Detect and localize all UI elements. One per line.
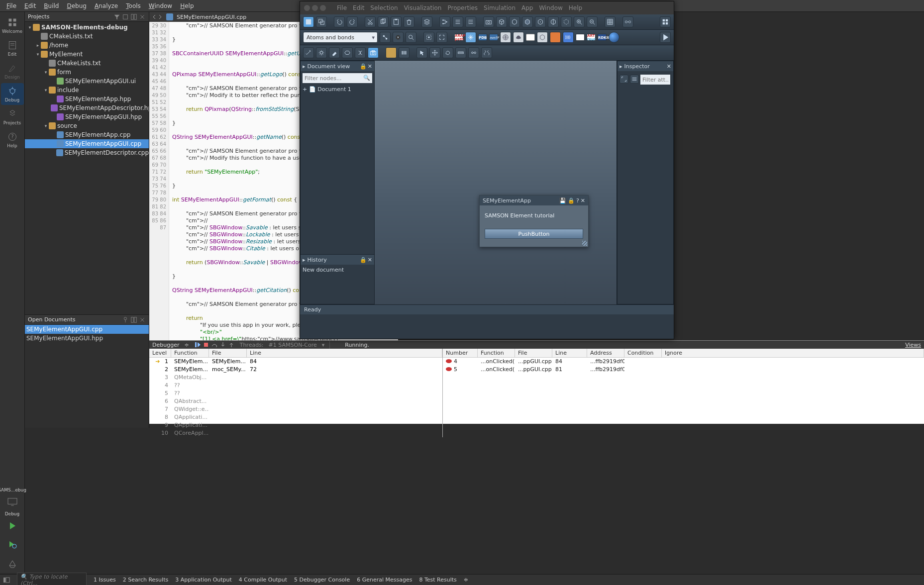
tb-glasses-icon[interactable]	[622, 16, 633, 27]
history-entry[interactable]: New document	[303, 267, 372, 273]
sm-menu-properties[interactable]: Properties	[447, 4, 478, 11]
tb3-bars-icon[interactable]	[399, 47, 410, 58]
tb2-arap-icon[interactable]: ARAPpath	[454, 34, 463, 41]
tb-indent-icon[interactable]	[465, 16, 476, 27]
tb2-expand-icon[interactable]	[436, 32, 447, 43]
sm-menu-help[interactable]: Help	[569, 4, 582, 11]
thread-selector[interactable]: #1 SAMSON-Core	[269, 342, 317, 348]
tb3-twist-icon[interactable]	[355, 47, 366, 58]
tb-cube2-icon[interactable]	[509, 16, 520, 27]
tb2-pdb-icon[interactable]: PDB	[478, 34, 487, 41]
tb2-snow-icon[interactable]	[465, 32, 476, 43]
rail-welcome[interactable]: Welcome	[1, 14, 24, 36]
tb-tree-icon[interactable]	[439, 16, 450, 27]
inspector-filter-input[interactable]	[640, 75, 670, 85]
tree-row[interactable]: ▾include	[25, 86, 149, 95]
win-min-icon[interactable]	[312, 5, 318, 11]
projects-sync-icon[interactable]	[122, 13, 129, 20]
tb3-hex-icon[interactable]	[342, 47, 353, 58]
history-lock-icon[interactable]: 🔒	[360, 257, 367, 263]
tb-grid-icon[interactable]	[605, 16, 616, 27]
tree-row[interactable]: CMakeLists.txt	[25, 32, 149, 41]
tree-row[interactable]: ▾SAMSON-Elements-debug	[25, 23, 149, 32]
insp-list-icon[interactable]	[630, 75, 639, 84]
status-general[interactable]: 6 General Messages	[357, 577, 412, 583]
tb2-clear-icon[interactable]	[393, 32, 404, 43]
tb2-sphere-icon[interactable]	[609, 32, 619, 43]
tb3-move-icon[interactable]	[429, 47, 440, 58]
menu-build[interactable]: Build	[40, 1, 63, 11]
stack-row[interactable]: 8QApplicati...	[149, 413, 442, 421]
status-dbgcon[interactable]: 5 Debugger Console	[294, 577, 350, 583]
sm-menu-file[interactable]: File	[337, 4, 347, 11]
tb3-snapshot-icon[interactable]	[368, 47, 379, 58]
run-button[interactable]	[5, 518, 20, 533]
nav-fwd-icon[interactable]	[157, 14, 163, 20]
stack-row[interactable]: 10QCoreAppl...	[149, 429, 442, 437]
rail-help[interactable]: ?Help	[1, 129, 24, 151]
insp-expand-icon[interactable]	[619, 75, 628, 84]
debugger-dropdown-icon[interactable]: ≑	[184, 342, 189, 348]
tb2-pick-icon[interactable]	[380, 32, 391, 43]
tb-select-add-icon[interactable]	[316, 16, 327, 27]
tb-paste-icon[interactable]	[391, 16, 402, 27]
menu-window[interactable]: Window	[145, 1, 176, 11]
tb2-fit-icon[interactable]	[423, 32, 434, 43]
history-close-icon[interactable]: ✕	[368, 257, 372, 263]
docview-filter-input[interactable]	[303, 73, 372, 83]
sm-menu-edit[interactable]: Edit	[353, 4, 364, 11]
tb-select-rect-icon[interactable]	[303, 16, 314, 27]
status-sidebar-icon[interactable]	[3, 577, 10, 584]
tree-row[interactable]: SEMyElementAppGUI.ui	[25, 77, 149, 86]
tb3-wand-icon[interactable]	[303, 47, 314, 58]
tb3-pointer-icon[interactable]	[416, 47, 427, 58]
opendocs-pin-icon[interactable]	[122, 316, 129, 323]
tb-redo-icon[interactable]	[347, 16, 358, 27]
tb-cube4-icon[interactable]	[535, 16, 546, 27]
status-appout[interactable]: 3 Application Output	[175, 577, 232, 583]
semyelementapp-window[interactable]: SEMyElementApp 💾 🔒 ? ✕ SAMSON Element tu…	[479, 195, 589, 247]
nav-back-icon[interactable]	[151, 14, 157, 20]
tb-list-icon[interactable]	[452, 16, 463, 27]
docview-close-icon[interactable]: ✕	[368, 63, 372, 70]
tb2-uiuc-icon[interactable]	[526, 34, 535, 41]
tb-zoomin-icon[interactable]	[574, 16, 585, 27]
stack-row[interactable]: 7QWidget::e...	[149, 405, 442, 413]
stack-row[interactable]: 3QMetaObj...	[149, 374, 442, 382]
tb2-orange-icon[interactable]	[550, 32, 561, 43]
chevron-right-icon[interactable]: ▸	[303, 257, 306, 263]
tree-row[interactable]: CMakeLists.txt	[25, 59, 149, 68]
tb3-link-icon[interactable]	[468, 47, 479, 58]
tree-row[interactable]: ▾source	[25, 121, 149, 130]
editor-tab[interactable]: SEMyElementAppGUI.cpp	[163, 13, 249, 20]
tb-layers-icon[interactable]	[421, 16, 432, 27]
resize-handle-icon[interactable]	[582, 241, 587, 246]
tb2-find-icon[interactable]	[406, 32, 416, 43]
appwin-close-icon[interactable]: ✕	[581, 197, 585, 204]
locator-input[interactable]: 🔍 Type to locate (Ctrl...	[17, 573, 87, 585]
sm-menu-selection[interactable]: Selection	[370, 4, 398, 11]
search-icon[interactable]: 🔍	[363, 75, 370, 81]
tb2-script-icon[interactable]	[576, 34, 585, 41]
tree-row[interactable]: SEMyElementApp.cpp	[25, 130, 149, 139]
dbg-stepout-icon[interactable]	[228, 341, 235, 348]
rail-debug[interactable]: Debug	[1, 83, 24, 105]
open-doc-row[interactable]: SEMyElementAppGUI.hpp	[25, 334, 149, 343]
tree-row[interactable]: ▾MyElement	[25, 50, 149, 59]
tree-row[interactable]: SEMyElementAppDescriptor.hpp	[25, 103, 149, 112]
tb-cube5-icon[interactable]	[548, 16, 559, 27]
tb-undo-icon[interactable]	[334, 16, 345, 27]
tb3-erase-icon[interactable]	[329, 47, 340, 58]
target-screen-icon[interactable]	[5, 494, 20, 509]
sm-menu-app[interactable]: App	[521, 4, 533, 11]
tb2-hex-icon[interactable]	[537, 32, 548, 43]
appwin-help-icon[interactable]: ?	[576, 197, 579, 204]
status-compile[interactable]: 4 Compile Output	[239, 577, 287, 583]
rail-edit[interactable]: Edit	[1, 37, 24, 59]
status-tests[interactable]: 8 Test Results	[419, 577, 456, 583]
tree-row[interactable]: ▸/home	[25, 41, 149, 50]
samson-viewport[interactable]: SEMyElementApp 💾 🔒 ? ✕ SAMSON Element tu…	[375, 61, 616, 304]
sm-menu-window[interactable]: Window	[539, 4, 562, 11]
appwin-lock-icon[interactable]: 🔒	[568, 197, 575, 204]
tb2-rdkit-icon[interactable]: RDKit	[598, 34, 607, 41]
